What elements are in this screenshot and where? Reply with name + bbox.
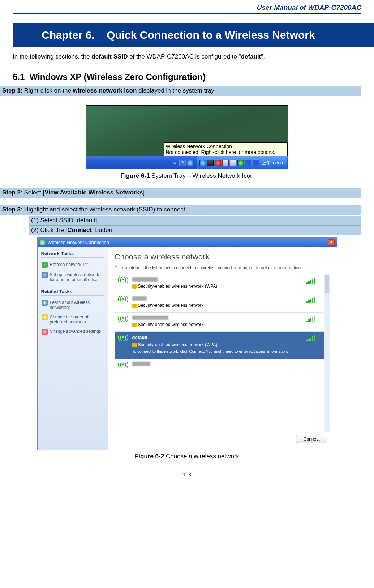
section-title: Windows XP (Wireless Zero Configuration) [30, 72, 206, 82]
language-indicator[interactable]: EN [169, 160, 178, 166]
adv-label: Change advanced settings [50, 329, 101, 334]
setup-icon [42, 272, 48, 278]
scrollbar-thumb[interactable] [325, 275, 329, 293]
change-order-preferred[interactable]: Change the order of preferred networks [41, 312, 104, 327]
refresh-icon [42, 262, 48, 268]
monitor-icon[interactable] [253, 160, 259, 166]
star-icon [42, 314, 48, 320]
step2-after: ] [143, 189, 145, 196]
help-icon[interactable]: ? [179, 160, 186, 166]
chapter-number: Chapter 6. [42, 29, 95, 41]
wireless-icon [40, 240, 45, 245]
network-item-default-selected[interactable]: ((•))⊥ default Security-enabled wireless… [115, 332, 324, 359]
network-item-5[interactable]: ((•))⊥ [115, 359, 324, 376]
chapter-title: Quick Connection to a Wireless Network [107, 29, 315, 41]
step1-label: Step 1 [2, 87, 21, 94]
manual-header: User Manual of WDAP-C7200AC [13, 0, 361, 14]
clock[interactable]: 上午 12:00 [260, 160, 284, 166]
step2-label: Step 2 [2, 189, 21, 196]
wireless-network-icon-2[interactable] [230, 160, 236, 166]
learn-about-wireless[interactable]: i Learn about wireless networking [41, 298, 104, 312]
figure-6-2-screenshot: Wireless Network Connection × Network Ta… [37, 237, 337, 450]
fig61-text: System Tray – Wireless Network Icon [150, 172, 254, 179]
antivirus-icon[interactable] [215, 160, 221, 166]
refresh-network-list[interactable]: Refresh network list [41, 260, 104, 270]
step2-sep: : Select [ [21, 189, 44, 196]
signal-bars-icon [306, 277, 321, 284]
setup-wireless-network[interactable]: Set up a wireless network for a home or … [41, 270, 104, 284]
sub-b: ireless network in range or to get more … [204, 265, 302, 270]
info-icon: i [42, 300, 48, 306]
step3-label: Step 3 [2, 206, 21, 213]
step-2-bar: Step 2: Select [View Available Wireless … [0, 188, 361, 198]
step3-sub2c: ] button [92, 227, 112, 233]
antenna-icon: ((•))⊥ [118, 362, 129, 372]
choose-network-subtext: Click an item in the list below to conne… [115, 265, 330, 270]
section-6-1-heading: 6.1 Windows XP (Wireless Zero Configurat… [13, 68, 361, 85]
security-label: Security-enabled wireless network [138, 322, 204, 327]
antenna-icon: ((•))⊥ [118, 277, 129, 289]
status-icon[interactable] [237, 160, 244, 166]
step2-bold: View Available Wireless Networks [44, 189, 143, 196]
intro-prefix: In the following sections, the [13, 53, 91, 60]
figure-6-2-caption: Figure 6-2 Choose a wireless network [0, 453, 374, 460]
step3-sub2a: (2) Click the [ [31, 227, 67, 233]
intro-text: In the following sections, the default S… [13, 53, 361, 68]
fig62-text: Choose a wireless network [164, 453, 239, 460]
intro-suffix: ". [261, 53, 265, 60]
lock-icon [132, 323, 137, 327]
signal-bars-icon [306, 316, 321, 322]
taskbar: EN ? 上午 12:00 [86, 156, 288, 169]
ssid-redacted [132, 316, 168, 320]
dialog-footer: Connect [115, 432, 330, 446]
signal-bars-icon [306, 296, 321, 303]
sub-a: Click an item in the list below to conne… [115, 265, 201, 270]
change-advanced-settings[interactable]: Change advanced settings [41, 327, 104, 337]
security-label: Security-enabled wireless network (WPA) [138, 342, 218, 347]
security-label: Security-enabled wireless network (WPA) [138, 284, 218, 289]
system-tray: 上午 12:00 [197, 156, 287, 169]
figure-6-1-caption: Figure 6-1 System Tray – Wireless Networ… [0, 172, 374, 180]
fig62-label: Figure 6-2 [135, 453, 164, 460]
volume-icon[interactable] [245, 160, 252, 166]
security-label: Security-enabled wireless network [138, 303, 204, 308]
sub-u: w [201, 265, 204, 270]
refresh-label: Refresh network list [50, 262, 88, 267]
step3-sub2: (2) Click the [Connect] button [29, 226, 361, 235]
fig61-label: Figure 6-1 [120, 172, 150, 179]
dialog-titlebar: Wireless Network Connection × [38, 238, 337, 247]
intro-mid: of the WDAP-C7200AC is configured to " [128, 53, 241, 60]
ssid-redacted [132, 362, 150, 366]
tooltip-line2: Not connected. Right-click here for more… [166, 149, 286, 155]
wireless-network-icon[interactable] [222, 160, 229, 166]
network-item-2[interactable]: ((•))⊥ Security-enabled wireless network [115, 293, 324, 313]
order-label: Change the order of preferred networks [50, 314, 103, 325]
chapter-heading: Chapter 6. Quick Connection to a Wireles… [13, 23, 374, 47]
choose-network-heading: Choose a wireless network [115, 252, 330, 262]
gear-icon [42, 329, 48, 335]
network-item-3[interactable]: ((•))⊥ Security-enabled wireless network [115, 313, 324, 332]
ssid-redacted [132, 296, 147, 301]
step3-rest: : Highlight and select the wireless netw… [21, 206, 185, 213]
dialog-title: Wireless Network Connection [47, 240, 109, 245]
selected-description: To connect to this network, click Connec… [132, 349, 303, 354]
scrollbar[interactable] [324, 274, 330, 432]
connect-button[interactable]: Connect [296, 435, 327, 443]
dialog-main: Choose a wireless network Click an item … [108, 247, 337, 450]
step-3-bar: Step 3: Highlight and select the wireles… [0, 205, 361, 215]
close-button[interactable]: × [328, 239, 335, 246]
antenna-icon: ((•))⊥ [118, 316, 129, 327]
network-icon[interactable] [199, 160, 206, 166]
tooltip-line1: Wireless Network Connection [166, 143, 286, 149]
lock-icon [132, 284, 137, 289]
lock-icon [132, 304, 137, 308]
network-item-1[interactable]: ((•))⊥ Security-enabled wireless network… [115, 274, 324, 293]
intro-bold1: default SSID [91, 53, 128, 60]
ssid-redacted [132, 277, 158, 282]
step1-after: displayed in the system tray [137, 87, 214, 94]
tray-app-icon[interactable] [187, 160, 193, 166]
intro-bold2: default [241, 53, 261, 60]
network-list: ((•))⊥ Security-enabled wireless network… [115, 274, 330, 432]
display-icon[interactable] [207, 160, 214, 166]
related-tasks-header: Related Tasks [41, 289, 104, 296]
